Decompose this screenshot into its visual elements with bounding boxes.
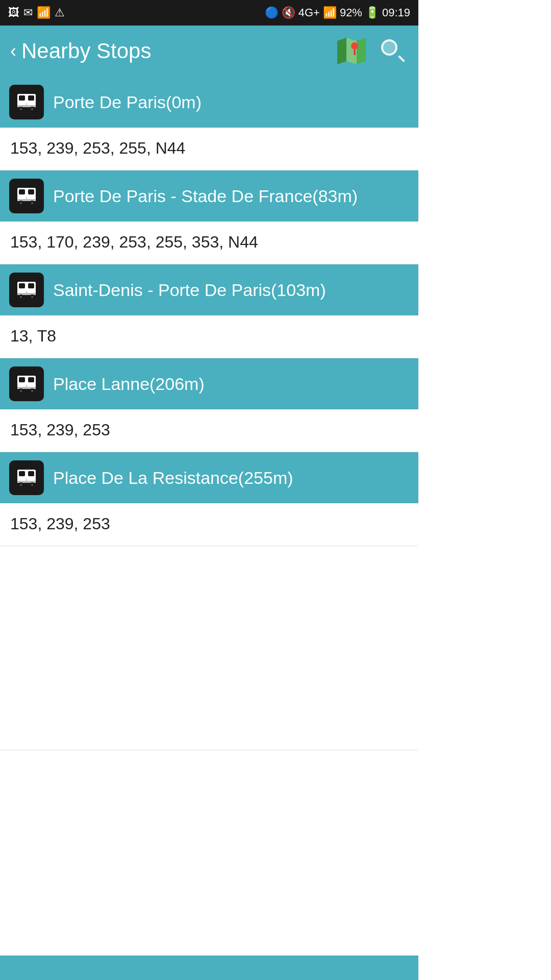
stop-name: Porte De Paris - Stade De France(83m) bbox=[53, 186, 358, 207]
svg-point-47 bbox=[20, 390, 22, 392]
wifi-icon: 📶 bbox=[37, 6, 51, 19]
svg-rect-41 bbox=[19, 377, 25, 382]
stop-routes: 153, 170, 239, 253, 255, 353, N44 bbox=[0, 222, 418, 264]
bus-icon bbox=[9, 273, 44, 307]
stop-header[interactable]: Place Lanne(206m) bbox=[0, 358, 418, 409]
empty-area bbox=[0, 546, 418, 750]
stop-name: Saint-Denis - Porte De Paris(103m) bbox=[53, 280, 326, 301]
network-icon: 4G+ bbox=[298, 6, 320, 19]
stop-header[interactable]: Porte De Paris(0m) bbox=[0, 77, 418, 128]
back-button[interactable]: ‹ bbox=[10, 40, 16, 62]
svg-rect-20 bbox=[28, 189, 34, 194]
app-header: ‹ Nearby Stops bbox=[0, 26, 418, 77]
svg-rect-30 bbox=[19, 283, 25, 288]
header-left: ‹ Nearby Stops bbox=[10, 39, 151, 63]
svg-rect-19 bbox=[19, 189, 25, 194]
bus-icon bbox=[9, 366, 44, 401]
magnifier-circle bbox=[381, 39, 397, 56]
svg-marker-2 bbox=[337, 38, 346, 64]
mail-icon: ✉ bbox=[23, 6, 33, 19]
clock: 09:19 bbox=[382, 6, 410, 19]
svg-rect-9 bbox=[28, 95, 34, 101]
status-right-info: 🔵 🔇 4G+ 📶 92% 🔋 09:19 bbox=[265, 6, 410, 19]
stop-item: Place De La Resistance(255m)153, 239, 25… bbox=[0, 452, 418, 546]
page-title: Nearby Stops bbox=[21, 39, 151, 63]
bus-icon bbox=[9, 179, 44, 213]
svg-rect-53 bbox=[28, 471, 34, 476]
map-icon[interactable] bbox=[334, 33, 369, 69]
search-button[interactable] bbox=[378, 36, 408, 66]
svg-point-37 bbox=[31, 296, 33, 298]
bus-icon bbox=[9, 85, 44, 119]
alert-icon: ⚠ bbox=[55, 6, 65, 19]
svg-point-25 bbox=[20, 202, 22, 204]
stop-name: Place De La Resistance(255m) bbox=[53, 468, 293, 488]
stop-item: Porte De Paris - Stade De France(83m)153… bbox=[0, 170, 418, 264]
svg-point-15 bbox=[31, 108, 33, 110]
header-action-icons bbox=[334, 33, 408, 69]
svg-rect-52 bbox=[19, 471, 25, 476]
status-left-icons: 🖼 ✉ 📶 ⚠ bbox=[8, 6, 65, 19]
stop-routes: 153, 239, 253 bbox=[0, 409, 418, 452]
stop-header[interactable]: Saint-Denis - Porte De Paris(103m) bbox=[0, 264, 418, 315]
battery-level: 92% bbox=[340, 6, 362, 19]
status-bar: 🖼 ✉ 📶 ⚠ 🔵 🔇 4G+ 📶 92% 🔋 09:19 bbox=[0, 0, 418, 26]
svg-rect-8 bbox=[19, 95, 25, 101]
stop-header[interactable]: Place De La Resistance(255m) bbox=[0, 452, 418, 503]
signal-bars: 📶 bbox=[323, 6, 337, 19]
mute-icon: 🔇 bbox=[282, 6, 295, 19]
bluetooth-icon: 🔵 bbox=[265, 6, 279, 19]
stop-header[interactable]: Porte De Paris - Stade De France(83m) bbox=[0, 170, 418, 222]
stop-item: Porte De Paris(0m)153, 239, 253, 255, N4… bbox=[0, 77, 418, 170]
stop-item: Saint-Denis - Porte De Paris(103m)13, T8 bbox=[0, 264, 418, 358]
svg-point-59 bbox=[31, 484, 33, 486]
svg-point-14 bbox=[20, 108, 22, 110]
stop-item: Place Lanne(206m)153, 239, 253 bbox=[0, 358, 418, 452]
stop-list: Porte De Paris(0m)153, 239, 253, 255, N4… bbox=[0, 77, 418, 546]
stop-name: Place Lanne(206m) bbox=[53, 374, 205, 395]
svg-point-58 bbox=[20, 484, 22, 486]
svg-rect-31 bbox=[28, 283, 34, 288]
bottom-bar bbox=[0, 955, 418, 980]
svg-point-26 bbox=[31, 202, 33, 204]
magnifier-handle bbox=[398, 55, 405, 62]
svg-point-36 bbox=[20, 296, 22, 298]
stop-routes: 13, T8 bbox=[0, 315, 418, 358]
svg-point-48 bbox=[31, 390, 33, 392]
svg-rect-42 bbox=[28, 377, 34, 382]
stop-routes: 153, 239, 253, 255, N44 bbox=[0, 128, 418, 170]
stop-name: Porte De Paris(0m) bbox=[53, 92, 202, 113]
gallery-icon: 🖼 bbox=[8, 6, 19, 19]
svg-point-3 bbox=[351, 42, 358, 50]
battery-icon: 🔋 bbox=[365, 6, 379, 19]
stop-routes: 153, 239, 253 bbox=[0, 503, 418, 546]
bus-icon bbox=[9, 460, 44, 495]
